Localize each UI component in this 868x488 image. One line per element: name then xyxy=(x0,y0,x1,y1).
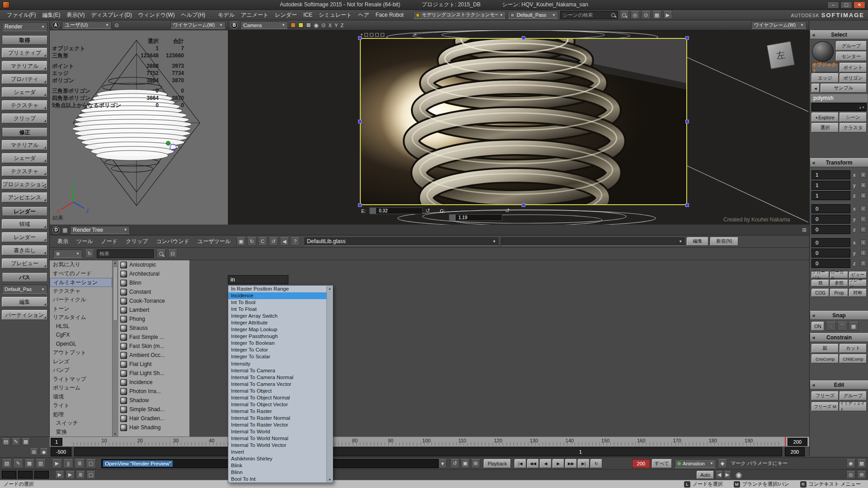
openview-dropdown-icon[interactable]: ▼ xyxy=(439,459,447,468)
snap-toggle-icon[interactable]: ⊙ xyxy=(642,11,651,19)
node-search-result[interactable]: Internal To Raster xyxy=(228,408,326,415)
shader-category[interactable]: ボリューム xyxy=(50,384,112,393)
region-handle[interactable] xyxy=(685,120,689,123)
exposure-slider[interactable]: 0.32 xyxy=(369,207,423,214)
region-close-icon[interactable]: ✕ xyxy=(413,32,417,37)
menu-item[interactable]: ヘルプ(H) xyxy=(178,11,209,19)
undo-view-icon[interactable]: ↺ xyxy=(269,237,278,246)
current-frame-field[interactable]: 200 xyxy=(632,459,650,468)
translate-x-field[interactable]: 0 xyxy=(811,238,850,247)
region-option-icon[interactable] xyxy=(370,33,373,37)
node-search-result[interactable]: Internal To Camera Vector xyxy=(228,381,326,388)
axis-lock[interactable]: Y xyxy=(335,23,338,28)
section-acquire[interactable]: 取得 xyxy=(2,36,47,45)
snap-section-header[interactable]: Snap xyxy=(810,311,868,320)
module-menu-item[interactable]: ヘア xyxy=(355,11,373,19)
reference-button[interactable]: 参照 xyxy=(830,280,848,286)
list-icon[interactable]: ≣ xyxy=(76,471,85,479)
scale-z-field[interactable]: 1 xyxy=(811,191,850,200)
node-search-result[interactable]: Integer Attribute xyxy=(228,319,326,326)
shader-preset[interactable]: Ambient Occ... xyxy=(118,351,189,360)
toolbar-button[interactable]: 書き出し xyxy=(2,245,47,255)
node-search-result[interactable]: Integer To Boolean xyxy=(228,340,326,347)
node-search-result[interactable]: Bool To Int xyxy=(228,476,326,483)
module-menu-item[interactable]: シミュレート xyxy=(316,11,355,19)
dock-block[interactable] xyxy=(2,471,16,479)
parent-button[interactable]: 親 xyxy=(811,344,839,353)
toolbar-button[interactable]: テクスチャ xyxy=(2,166,47,176)
shader-preset[interactable]: Strauss xyxy=(118,324,189,333)
record-ring-icon[interactable]: ◉ xyxy=(736,470,742,479)
misc-button[interactable]: Prop xyxy=(830,289,848,297)
auto-refresh-icon[interactable]: C xyxy=(258,237,267,246)
color-swatch-yellow[interactable] xyxy=(298,23,303,28)
node-search-result[interactable]: Integer Passthrough xyxy=(228,333,326,340)
module-menu-item[interactable]: ICE xyxy=(300,12,316,18)
cut-button[interactable]: カット xyxy=(840,344,867,353)
region-handle[interactable] xyxy=(685,203,689,207)
shader-preset[interactable]: Phong xyxy=(118,314,189,324)
shader-category[interactable]: トーン xyxy=(50,305,112,314)
axis-lock[interactable]: Z xyxy=(340,23,344,28)
menu-item[interactable]: ウィンドウ(W) xyxy=(135,11,178,19)
edit-section-header[interactable]: Edit xyxy=(810,380,868,389)
toolbar-button[interactable]: マテリアル xyxy=(2,61,47,71)
misc-button[interactable]: COG xyxy=(811,289,829,297)
pause-tool-icon[interactable]: || xyxy=(63,459,73,468)
misc-button[interactable]: 対称 xyxy=(849,289,867,297)
cluster-button[interactable]: クラスタ xyxy=(840,123,867,132)
animation-combo[interactable]: Animation ▼ xyxy=(675,459,716,468)
render-region-icon[interactable]: ◎ xyxy=(631,11,640,19)
material-combo[interactable]: DefaultLib.glass▼ xyxy=(304,237,499,246)
shader-preset[interactable]: Fast Simple ... xyxy=(118,333,189,342)
edge-button[interactable]: エッジ xyxy=(811,73,839,83)
category-scrollbar[interactable] xyxy=(112,260,118,436)
transport-button[interactable]: ↻ xyxy=(590,459,602,468)
exposure-reset-icon[interactable]: ↺ xyxy=(425,207,430,214)
scale-x-field[interactable]: 1 xyxy=(811,170,850,179)
snap-grid-icon[interactable]: ▦ xyxy=(849,322,859,331)
node-search-result[interactable]: Internal To Object Vector xyxy=(228,401,326,408)
range-end-field[interactable]: 200 xyxy=(785,447,805,456)
section-modify[interactable]: 修正 xyxy=(2,128,47,137)
pencil-icon[interactable]: ✎ xyxy=(12,438,20,446)
node-search-result[interactable]: Integer To Color xyxy=(228,347,326,353)
snap-curve-icon[interactable]: ⌒ xyxy=(837,322,847,331)
grid-toggle-icon[interactable]: ▦ xyxy=(652,11,661,19)
timeline-start-frame[interactable]: 1 xyxy=(51,438,62,446)
shader-preset[interactable]: Photon Irra... xyxy=(118,387,189,396)
immediate-button[interactable]: イミディエイト xyxy=(840,402,867,411)
scale-icon[interactable]: s xyxy=(860,172,866,178)
timeline-end-frame[interactable]: 200 xyxy=(788,438,807,446)
viewport-a-letter[interactable]: A xyxy=(52,22,59,29)
play-tool-icon[interactable]: ▶ xyxy=(52,459,62,468)
shader-category[interactable]: テクスチャ xyxy=(50,287,112,296)
region-handle[interactable] xyxy=(685,36,689,40)
region-handle[interactable] xyxy=(358,36,362,40)
render-region[interactable] xyxy=(360,38,687,205)
node-search-result[interactable]: In Raster Position Range xyxy=(228,286,326,292)
toolbar-button[interactable]: レンダー xyxy=(2,232,47,242)
space-button[interactable]: ローカル xyxy=(830,272,848,278)
key-icon[interactable]: ◆ xyxy=(40,448,48,455)
shader-category[interactable]: 処理 xyxy=(50,410,112,419)
node-search-result[interactable]: Internal To Object xyxy=(228,388,326,394)
shader-category[interactable]: イルミネーション xyxy=(50,278,112,287)
region-handle[interactable] xyxy=(522,203,525,207)
transform-section-header[interactable]: Transform xyxy=(810,158,868,167)
shader-category[interactable]: すべてのノード xyxy=(50,269,112,278)
node-search-result[interactable]: Internal To Raster Vector xyxy=(228,422,326,428)
prev-key-icon[interactable]: ◀ xyxy=(716,471,723,479)
construction-mode-combo[interactable]: モデリングコンストラクションモード ▼ xyxy=(413,11,506,19)
space-button[interactable]: グローバル xyxy=(811,272,829,278)
range-min-field[interactable]: -500 xyxy=(51,447,71,456)
group-edit-button[interactable]: グループ xyxy=(840,391,867,400)
toolbar-button[interactable]: アンビエンス xyxy=(2,192,47,202)
toolbar-button[interactable]: プロパティ xyxy=(2,74,47,84)
shader-preset[interactable]: Cook-Torrance xyxy=(118,296,189,305)
node-search-result[interactable]: Int To Float xyxy=(228,306,326,313)
transport-button[interactable]: ◀ xyxy=(540,459,552,468)
selection-name[interactable]: polymsh xyxy=(811,94,868,102)
shader-preset[interactable]: Flat Light xyxy=(118,360,189,369)
toolbar-button[interactable]: プレビュー xyxy=(2,258,47,268)
